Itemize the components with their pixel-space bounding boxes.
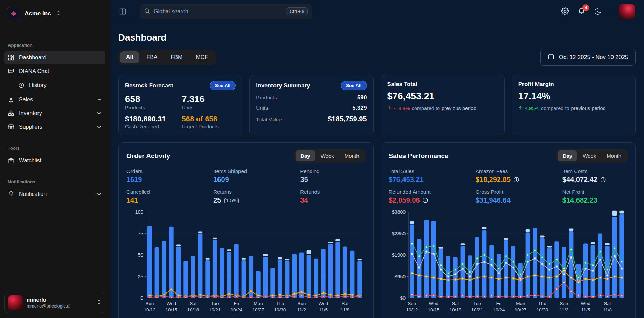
sidebar-item-label: Suppliers — [19, 124, 42, 130]
sales-performance-range-toggle: Day Week Month — [556, 149, 628, 163]
previous-period-link[interactable]: previous period — [571, 106, 605, 111]
inventory-products-value: 590 — [357, 94, 367, 101]
restock-cash-value: $180,890.31 — [125, 115, 182, 123]
sales-total-delta: -18.8% — [394, 106, 410, 111]
tab-all[interactable]: All — [120, 51, 139, 63]
layout-grid-icon — [8, 54, 14, 61]
svg-text:Wed: Wed — [167, 301, 176, 306]
org-switcher[interactable]: Acme Inc — [4, 5, 105, 22]
sidebar-item-dashboard[interactable]: Dashboard — [4, 51, 105, 64]
sidebar-item-watchlist[interactable]: Watchlist — [4, 154, 105, 167]
sidebar-item-inventory[interactable]: Inventory — [4, 106, 105, 120]
sidebar-item-sales[interactable]: Sales — [4, 93, 105, 106]
previous-period-link[interactable]: previous period — [442, 106, 476, 111]
svg-text:Sun: Sun — [145, 301, 154, 306]
chevrons-up-down-icon — [97, 299, 102, 306]
svg-text:Tue: Tue — [473, 301, 481, 306]
profile-avatar[interactable] — [619, 4, 635, 19]
sidebar-item-history[interactable]: History — [15, 79, 105, 92]
boxes-icon — [8, 110, 14, 116]
restock-urgent-value: 568 of 658 — [182, 115, 236, 123]
search-shortcut-hint: Ctrl + k — [286, 7, 308, 15]
user-name: mmerlo — [27, 296, 70, 303]
theme-moon-button[interactable] — [594, 8, 602, 15]
info-icon[interactable] — [600, 177, 606, 183]
chat-bubble-icon — [8, 68, 14, 75]
restock-units-value: 7.316 — [182, 94, 236, 104]
tab-fba[interactable]: FBA — [140, 51, 163, 63]
svg-text:10/15: 10/15 — [165, 307, 177, 312]
profit-margin-value: 17.14% — [518, 91, 629, 102]
stat-pending: Pending 35 — [300, 168, 365, 184]
svg-text:11/2: 11/2 — [297, 307, 306, 312]
toggle-week[interactable]: Week — [578, 150, 601, 161]
svg-text:10/27: 10/27 — [514, 307, 526, 312]
sidebar-item-label: History — [29, 82, 47, 89]
svg-text:11/5: 11/5 — [319, 307, 328, 312]
toggle-week[interactable]: Week — [316, 150, 339, 161]
order-activity-chart-svg: 0255075100Sun10/12Wed10/15Sat10/18Tue10/… — [126, 209, 366, 314]
section-tools: Tools — [8, 146, 102, 151]
sidebar-item-notification[interactable]: Notification — [4, 187, 105, 201]
svg-text:Thu: Thu — [276, 301, 284, 306]
card-title: Sales Total — [387, 81, 417, 87]
chevron-down-icon — [96, 97, 102, 103]
user-avatar — [8, 295, 23, 310]
user-menu[interactable]: mmerlo mmerlo@pricelogic.ai — [4, 292, 105, 313]
toggle-day[interactable]: Day — [558, 150, 577, 161]
inventory-units-value: 5.329 — [352, 105, 367, 111]
info-icon[interactable] — [513, 177, 519, 183]
settings-gear-button[interactable] — [561, 7, 569, 15]
inventory-products-label: Products: — [256, 94, 278, 100]
arrow-up-icon — [518, 105, 523, 111]
toggle-day[interactable]: Day — [296, 150, 315, 161]
card-title: Restock Forecast — [125, 82, 173, 89]
calendar-icon — [548, 53, 554, 61]
info-icon[interactable] — [422, 197, 428, 203]
svg-text:Sat: Sat — [452, 301, 459, 306]
sidebar-toggle-button[interactable] — [119, 8, 127, 15]
sidebar-item-label: Notification — [19, 191, 47, 197]
svg-text:Sat: Sat — [341, 301, 349, 306]
diana-chat-subtree: History — [12, 79, 105, 92]
chevron-down-icon — [96, 111, 102, 116]
receipt-icon — [8, 96, 14, 103]
restock-products-value: 658 — [125, 94, 182, 104]
svg-text:10/21: 10/21 — [471, 307, 483, 312]
global-search[interactable]: Ctrl + k — [140, 4, 312, 19]
sidebar-item-label: Dashboard — [19, 55, 46, 61]
inventory-see-all-button[interactable]: See All — [341, 81, 367, 90]
sidebar-item-label: Watchlist — [19, 157, 41, 164]
svg-text:11/2: 11/2 — [559, 307, 568, 312]
svg-text:11/5: 11/5 — [581, 307, 590, 312]
org-logo-icon — [7, 7, 20, 20]
toggle-month[interactable]: Month — [340, 150, 364, 161]
svg-text:Sun: Sun — [408, 301, 416, 306]
svg-text:10/18: 10/18 — [449, 307, 461, 312]
svg-text:$950: $950 — [394, 274, 405, 280]
sidebar-item-diana-chat[interactable]: DIANA Chat — [4, 64, 105, 78]
toggle-month[interactable]: Month — [602, 150, 626, 161]
stat-net-profit: Net Profit $14,682.23 — [562, 189, 628, 204]
restock-products-label: Products — [125, 105, 182, 111]
profit-margin-card: Profit Margin 17.14% 4.95% compared to p… — [512, 75, 636, 135]
date-range-picker[interactable]: Oct 12 2025 - Nov 10 2025 — [540, 49, 636, 66]
inventory-units-label: Units: — [256, 105, 269, 111]
restock-forecast-card: Restock Forecast See All 658 Products 7.… — [118, 75, 242, 135]
bell-icon — [8, 191, 14, 197]
sidebar-item-suppliers[interactable]: Suppliers — [4, 120, 105, 134]
section-notifications: Notifications — [8, 179, 102, 184]
chevron-down-icon — [96, 191, 102, 197]
restock-see-all-button[interactable]: See All — [210, 81, 236, 90]
stat-orders: Orders 1619 — [126, 168, 213, 184]
tab-fbm[interactable]: FBM — [165, 51, 189, 63]
svg-text:10/27: 10/27 — [252, 307, 264, 312]
stat-amazon-fees: Amazon Fees $18,292.85 — [476, 168, 562, 184]
svg-text:10/12: 10/12 — [406, 307, 418, 312]
card-title: Profit Margin — [518, 81, 554, 87]
svg-text:10/18: 10/18 — [187, 307, 199, 312]
profit-margin-delta: 4.95% — [525, 106, 539, 111]
svg-text:$2850: $2850 — [392, 231, 406, 236]
tab-mcf[interactable]: MCF — [190, 51, 214, 63]
search-input[interactable] — [154, 8, 283, 15]
